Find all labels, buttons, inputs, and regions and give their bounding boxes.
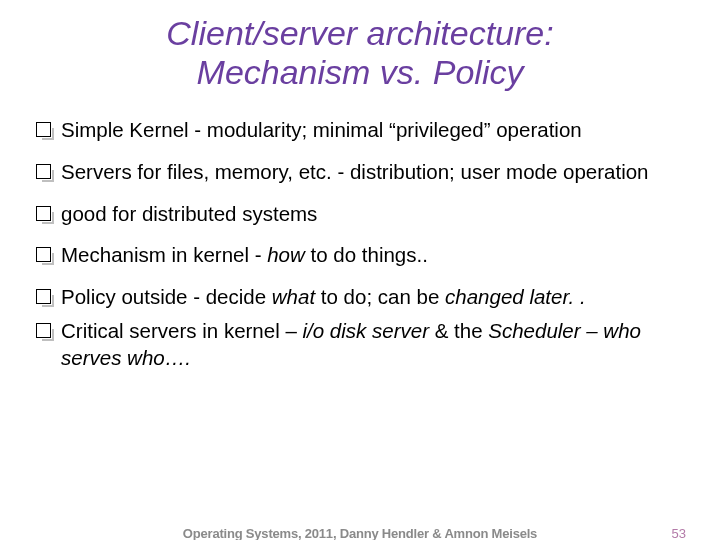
checkbox-bullet-icon [36,323,51,338]
bullet-text: Simple Kernel - modularity; minimal “pri… [61,116,690,144]
text-frag: to do things.. [305,243,428,266]
text-frag-em: what [272,285,315,308]
footer-text: Operating Systems, 2011, Danny Hendler &… [0,526,720,540]
list-item: Simple Kernel - modularity; minimal “pri… [36,116,690,144]
text-frag: Critical servers in kernel – [61,319,303,342]
checkbox-bullet-icon [36,122,51,137]
list-item: Mechanism in kernel - how to do things.. [36,241,690,269]
bullet-text: Mechanism in kernel - how to do things.. [61,241,690,269]
slide-body: Simple Kernel - modularity; minimal “pri… [0,116,720,372]
slide-title: Client/server architecture: Mechanism vs… [0,0,720,102]
list-item: Critical servers in kernel – i/o disk se… [36,317,690,372]
text-frag: to do; can be [315,285,445,308]
list-item: Servers for files, memory, etc. - distri… [36,158,690,186]
bullet-text: Critical servers in kernel – i/o disk se… [61,317,690,372]
bullet-text: Policy outside - decide what to do; can … [61,283,690,311]
checkbox-bullet-icon [36,247,51,262]
text-frag-em: i/o disk server [303,319,429,342]
bullet-text: good for distributed systems [61,200,690,228]
text-frag-em: changed later. . [445,285,586,308]
checkbox-bullet-icon [36,289,51,304]
title-line-2: Mechanism vs. Policy [197,53,524,91]
bullet-text: Servers for files, memory, etc. - distri… [61,158,690,186]
text-frag: & the [429,319,488,342]
text-frag-em: how [267,243,305,266]
checkbox-bullet-icon [36,164,51,179]
checkbox-bullet-icon [36,206,51,221]
text-frag: Mechanism in kernel - [61,243,267,266]
list-item: good for distributed systems [36,200,690,228]
title-line-1: Client/server architecture: [166,14,553,52]
page-number: 53 [672,526,686,540]
list-item: Policy outside - decide what to do; can … [36,283,690,311]
text-frag: Policy outside - decide [61,285,272,308]
